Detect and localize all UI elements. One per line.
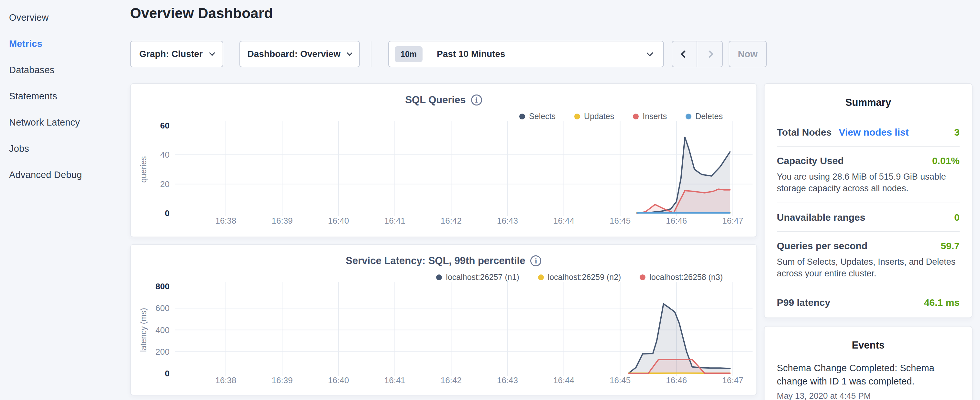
time-step-back-button[interactable] (672, 41, 697, 67)
summary-row-unavailable-ranges: Unavailable ranges 0 (777, 203, 959, 232)
now-button-label: Now (738, 49, 757, 59)
chevron-right-icon (706, 50, 713, 58)
svg-text:latency (ms): latency (ms) (139, 308, 148, 352)
svg-text:0: 0 (165, 209, 170, 218)
svg-text:800: 800 (156, 282, 170, 291)
graph-scope-dropdown[interactable]: Graph: Cluster (130, 41, 223, 67)
summary-row-value: 46.1 ms (924, 297, 959, 308)
svg-text:16:42: 16:42 (441, 216, 462, 226)
svg-text:16:45: 16:45 (609, 216, 631, 226)
sidebar-nav-list: Overview Metrics Databases Statements Ne… (0, 0, 123, 188)
chevron-down-icon (347, 50, 353, 56)
time-range-label: Past 10 Minutes (437, 49, 505, 59)
chevron-down-icon (209, 50, 215, 56)
sidebar-item-network-latency[interactable]: Network Latency (9, 109, 123, 135)
svg-text:16:41: 16:41 (384, 216, 406, 226)
summary-row-subtext: Sum of Selects, Updates, Inserts, and De… (777, 256, 959, 280)
service-latency-chart-plot[interactable]: 020040060080016:3816:3916:4016:4116:4216… (131, 245, 758, 396)
time-range-badge: 10m (395, 46, 423, 62)
summary-row-queries-per-second: Queries per second 59.7 Sum of Selects, … (777, 232, 959, 288)
event-list-item[interactable]: Schema Change Completed: Schema change w… (777, 362, 959, 400)
svg-text:16:46: 16:46 (666, 375, 687, 385)
sidebar-item-statements[interactable]: Statements (9, 83, 123, 109)
event-timestamp: May 13, 2020 at 4:45 PM (777, 391, 959, 400)
svg-text:60: 60 (160, 121, 170, 131)
summary-row-value: 0 (954, 212, 959, 223)
summary-row-value: 0.01% (932, 155, 959, 166)
summary-row-label: P99 latency (777, 297, 830, 308)
events-panel-title: Events (777, 339, 959, 351)
summary-row-subtext: You are using 28.6 MiB of 515.9 GiB usab… (777, 171, 959, 194)
summary-row-p99-latency: P99 latency 46.1 ms (777, 288, 959, 316)
svg-text:600: 600 (156, 303, 170, 313)
now-button[interactable]: Now (729, 41, 767, 67)
time-step-buttons (672, 41, 723, 67)
view-nodes-list-link[interactable]: View nodes list (838, 127, 908, 138)
svg-text:16:44: 16:44 (553, 375, 574, 385)
svg-text:16:44: 16:44 (553, 216, 574, 226)
summary-panel-title: Summary (777, 97, 959, 108)
sidebar: Overview Metrics Databases Statements Ne… (0, 0, 123, 400)
summary-rows: Total Nodes View nodes list 3 Capacity U… (777, 118, 959, 316)
svg-text:16:41: 16:41 (384, 375, 406, 385)
svg-text:16:43: 16:43 (497, 375, 518, 385)
time-range-selector[interactable]: 10m Past 10 Minutes (388, 41, 664, 67)
sidebar-item-databases[interactable]: Databases (9, 57, 123, 83)
summary-row-label: Queries per second (777, 241, 867, 252)
dashboard-dropdown-label: Dashboard: Overview (248, 49, 341, 59)
summary-row-capacity-used: Capacity Used 0.01% You are using 28.6 M… (777, 147, 959, 203)
svg-text:queries: queries (139, 156, 148, 183)
svg-text:16:45: 16:45 (609, 375, 631, 385)
svg-text:16:39: 16:39 (272, 216, 293, 226)
graph-scope-dropdown-label: Graph: Cluster (139, 49, 202, 59)
svg-text:16:42: 16:42 (441, 375, 462, 385)
controls-divider (371, 41, 371, 67)
sidebar-item-overview[interactable]: Overview (9, 5, 123, 31)
svg-text:20: 20 (160, 179, 170, 189)
sidebar-item-jobs[interactable]: Jobs (9, 135, 123, 162)
sql-queries-chart-plot[interactable]: 020406016:3816:3916:4016:4116:4216:4316:… (131, 84, 758, 238)
summary-row-label: Capacity Used (777, 155, 844, 166)
sidebar-item-metrics[interactable]: Metrics (9, 31, 123, 57)
svg-text:0: 0 (165, 369, 170, 378)
page-title: Overview Dashboard (130, 5, 273, 21)
svg-text:400: 400 (156, 325, 170, 335)
summary-panel: Summary Total Nodes View nodes list 3 Ca… (764, 83, 972, 318)
sidebar-item-advanced-debug[interactable]: Advanced Debug (9, 162, 123, 188)
svg-text:16:39: 16:39 (272, 375, 293, 385)
svg-text:16:47: 16:47 (722, 375, 743, 385)
sql-queries-chart-card: SQL Queries i SelectsUpdatesInsertsDelet… (130, 83, 757, 237)
svg-text:16:40: 16:40 (328, 216, 349, 226)
svg-text:16:47: 16:47 (722, 216, 743, 226)
svg-text:16:40: 16:40 (328, 375, 349, 385)
dashboard-dropdown[interactable]: Dashboard: Overview (239, 41, 360, 67)
summary-row-label: Total Nodes (777, 127, 832, 138)
summary-row-value: 59.7 (941, 241, 959, 252)
summary-row-total-nodes: Total Nodes View nodes list 3 (777, 118, 959, 147)
time-step-forward-button[interactable] (697, 41, 722, 67)
summary-row-label: Unavailable ranges (777, 212, 865, 223)
chevron-left-icon (680, 50, 688, 58)
summary-row-value: 3 (954, 127, 959, 138)
svg-text:40: 40 (160, 150, 170, 159)
svg-text:16:38: 16:38 (215, 375, 236, 385)
event-text: Schema Change Completed: Schema change w… (777, 362, 959, 388)
svg-text:16:38: 16:38 (215, 216, 236, 226)
svg-text:200: 200 (156, 347, 170, 357)
service-latency-chart-card: Service Latency: SQL, 99th percentile i … (130, 244, 757, 395)
chevron-down-icon (646, 49, 653, 56)
events-panel: Events Schema Change Completed: Schema c… (764, 326, 972, 400)
svg-text:16:43: 16:43 (497, 216, 518, 226)
svg-text:16:46: 16:46 (666, 216, 687, 226)
